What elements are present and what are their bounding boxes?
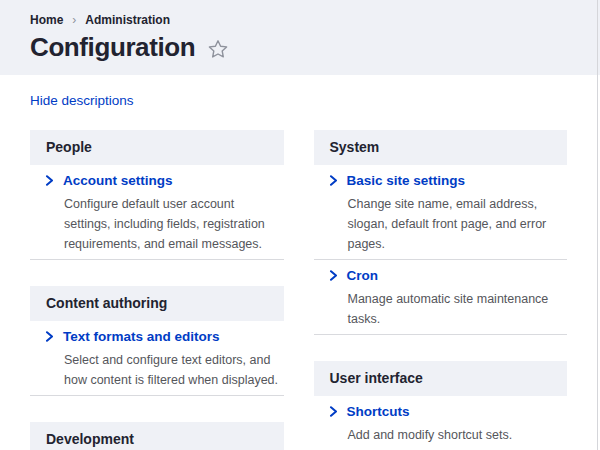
link-label: Shortcuts [347,404,410,419]
chevron-right-icon [329,270,338,281]
card-people: People Account settings Configure defaul… [30,130,284,260]
link-label: Cron [347,268,379,283]
card-user-interface: User interface Shortcuts Add and modify … [314,361,568,450]
link-shortcuts[interactable]: Shortcuts [329,404,568,419]
config-item: Basic site settings Change site name, em… [314,165,568,260]
window-edge-line [597,0,598,450]
divider [30,259,284,260]
link-label: Basic site settings [347,173,466,188]
divider [30,395,284,396]
item-description: Configure default user account settings,… [64,194,284,254]
config-card-grid: People Account settings Configure defaul… [30,130,567,450]
link-cron[interactable]: Cron [329,268,568,283]
item-description: Manage automatic site maintenance tasks. [348,289,568,329]
card-user-interface-title: User interface [314,361,568,396]
breadcrumb-link-administration[interactable]: Administration [85,13,170,27]
config-item: Cron Manage automatic site maintenance t… [314,260,568,335]
item-description: Change site name, email address, slogan,… [348,194,568,254]
breadcrumb-separator-icon: › [72,14,76,26]
page-header-band: Home › Administration Configuration [0,0,600,75]
chevron-right-icon [45,175,54,186]
link-label: Account settings [63,173,173,188]
breadcrumb-link-home[interactable]: Home [30,13,63,27]
card-system: System Basic site settings Change site n… [314,130,568,335]
page-title: Configuration [30,33,195,63]
card-content-authoring-title: Content authoring [30,286,284,321]
breadcrumb: Home › Administration [30,13,570,27]
main-content: Hide descriptions People Account setting… [0,75,600,450]
link-label: Text formats and editors [63,329,220,344]
item-description: Add and modify shortcut sets. [348,425,568,445]
favorite-star-icon[interactable] [208,39,228,59]
config-item: Text formats and editors Select and conf… [30,321,284,396]
link-account-settings[interactable]: Account settings [45,173,284,188]
chevron-right-icon [329,406,338,417]
card-people-title: People [30,130,284,165]
hide-descriptions-link[interactable]: Hide descriptions [30,93,134,108]
config-item: Shortcuts Add and modify shortcut sets. [314,396,568,450]
card-development: Development [30,422,284,450]
right-column: System Basic site settings Change site n… [314,130,568,450]
link-basic-site-settings[interactable]: Basic site settings [329,173,568,188]
divider [314,334,568,335]
item-description: Select and configure text editors, and h… [64,350,284,390]
chevron-right-icon [329,175,338,186]
link-text-formats-and-editors[interactable]: Text formats and editors [45,329,284,344]
card-system-title: System [314,130,568,165]
config-item: Account settings Configure default user … [30,165,284,260]
card-content-authoring: Content authoring Text formats and edito… [30,286,284,396]
left-column: People Account settings Configure defaul… [30,130,284,450]
chevron-right-icon [45,331,54,342]
card-development-title: Development [30,422,284,450]
